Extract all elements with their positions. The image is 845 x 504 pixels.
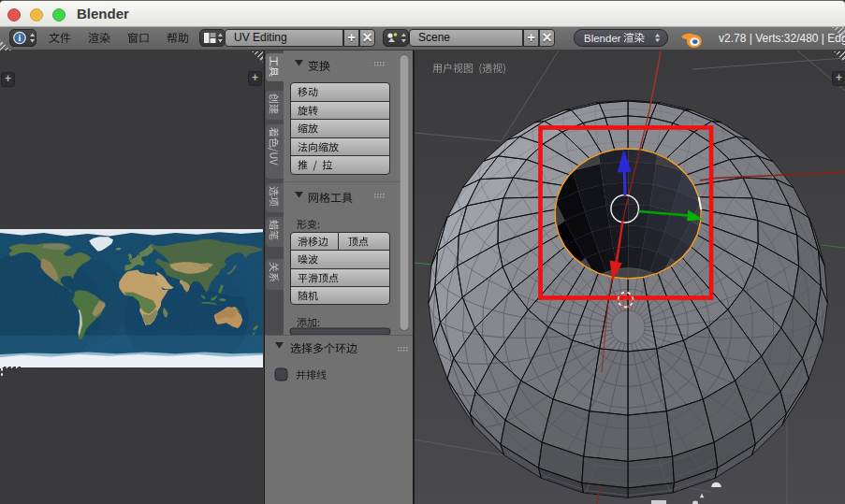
svg-text:Blender: Blender [584, 33, 621, 44]
